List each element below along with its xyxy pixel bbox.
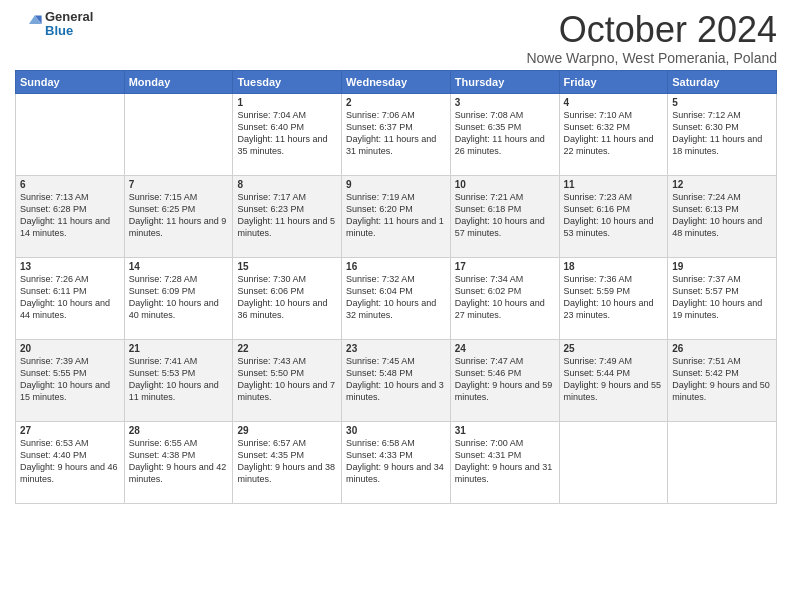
- day-number: 14: [129, 261, 229, 272]
- day-info: Sunrise: 7:23 AMSunset: 6:16 PMDaylight:…: [564, 192, 654, 238]
- calendar-day: 1 Sunrise: 7:04 AMSunset: 6:40 PMDayligh…: [233, 93, 342, 175]
- calendar-day: 27 Sunrise: 6:53 AMSunset: 4:40 PMDaylig…: [16, 421, 125, 503]
- day-number: 27: [20, 425, 120, 436]
- calendar-day: 21 Sunrise: 7:41 AMSunset: 5:53 PMDaylig…: [124, 339, 233, 421]
- day-number: 3: [455, 97, 555, 108]
- calendar-day: [16, 93, 125, 175]
- day-number: 1: [237, 97, 337, 108]
- day-info: Sunrise: 7:36 AMSunset: 5:59 PMDaylight:…: [564, 274, 654, 320]
- header-row: Sunday Monday Tuesday Wednesday Thursday…: [16, 70, 777, 93]
- calendar-day: 25 Sunrise: 7:49 AMSunset: 5:44 PMDaylig…: [559, 339, 668, 421]
- day-info: Sunrise: 7:30 AMSunset: 6:06 PMDaylight:…: [237, 274, 327, 320]
- col-saturday: Saturday: [668, 70, 777, 93]
- day-number: 21: [129, 343, 229, 354]
- calendar-week-3: 13 Sunrise: 7:26 AMSunset: 6:11 PMDaylig…: [16, 257, 777, 339]
- subtitle: Nowe Warpno, West Pomerania, Poland: [526, 50, 777, 66]
- day-number: 9: [346, 179, 446, 190]
- day-info: Sunrise: 7:41 AMSunset: 5:53 PMDaylight:…: [129, 356, 219, 402]
- calendar-day: 20 Sunrise: 7:39 AMSunset: 5:55 PMDaylig…: [16, 339, 125, 421]
- calendar-day: 8 Sunrise: 7:17 AMSunset: 6:23 PMDayligh…: [233, 175, 342, 257]
- logo: General Blue: [15, 10, 93, 39]
- calendar-day: 29 Sunrise: 6:57 AMSunset: 4:35 PMDaylig…: [233, 421, 342, 503]
- calendar-day: 26 Sunrise: 7:51 AMSunset: 5:42 PMDaylig…: [668, 339, 777, 421]
- day-info: Sunrise: 7:32 AMSunset: 6:04 PMDaylight:…: [346, 274, 436, 320]
- day-number: 22: [237, 343, 337, 354]
- day-info: Sunrise: 7:17 AMSunset: 6:23 PMDaylight:…: [237, 192, 335, 238]
- col-monday: Monday: [124, 70, 233, 93]
- day-info: Sunrise: 7:04 AMSunset: 6:40 PMDaylight:…: [237, 110, 327, 156]
- day-number: 31: [455, 425, 555, 436]
- day-info: Sunrise: 7:34 AMSunset: 6:02 PMDaylight:…: [455, 274, 545, 320]
- calendar-day: 11 Sunrise: 7:23 AMSunset: 6:16 PMDaylig…: [559, 175, 668, 257]
- calendar-day: 30 Sunrise: 6:58 AMSunset: 4:33 PMDaylig…: [342, 421, 451, 503]
- calendar-day: [668, 421, 777, 503]
- calendar-week-4: 20 Sunrise: 7:39 AMSunset: 5:55 PMDaylig…: [16, 339, 777, 421]
- calendar-day: 18 Sunrise: 7:36 AMSunset: 5:59 PMDaylig…: [559, 257, 668, 339]
- calendar-week-1: 1 Sunrise: 7:04 AMSunset: 6:40 PMDayligh…: [16, 93, 777, 175]
- day-number: 29: [237, 425, 337, 436]
- day-number: 7: [129, 179, 229, 190]
- day-info: Sunrise: 7:39 AMSunset: 5:55 PMDaylight:…: [20, 356, 110, 402]
- calendar-day: [559, 421, 668, 503]
- calendar-week-5: 27 Sunrise: 6:53 AMSunset: 4:40 PMDaylig…: [16, 421, 777, 503]
- calendar-day: 24 Sunrise: 7:47 AMSunset: 5:46 PMDaylig…: [450, 339, 559, 421]
- calendar-day: 16 Sunrise: 7:32 AMSunset: 6:04 PMDaylig…: [342, 257, 451, 339]
- day-number: 17: [455, 261, 555, 272]
- page-container: General Blue October 2024 Nowe Warpno, W…: [0, 0, 792, 509]
- logo-icon: [15, 10, 43, 38]
- calendar-day: 5 Sunrise: 7:12 AMSunset: 6:30 PMDayligh…: [668, 93, 777, 175]
- col-wednesday: Wednesday: [342, 70, 451, 93]
- day-number: 11: [564, 179, 664, 190]
- day-info: Sunrise: 7:10 AMSunset: 6:32 PMDaylight:…: [564, 110, 654, 156]
- day-number: 2: [346, 97, 446, 108]
- month-title: October 2024: [526, 10, 777, 50]
- day-info: Sunrise: 7:45 AMSunset: 5:48 PMDaylight:…: [346, 356, 444, 402]
- col-tuesday: Tuesday: [233, 70, 342, 93]
- calendar-day: 19 Sunrise: 7:37 AMSunset: 5:57 PMDaylig…: [668, 257, 777, 339]
- day-number: 8: [237, 179, 337, 190]
- day-info: Sunrise: 7:37 AMSunset: 5:57 PMDaylight:…: [672, 274, 762, 320]
- day-info: Sunrise: 7:26 AMSunset: 6:11 PMDaylight:…: [20, 274, 110, 320]
- day-info: Sunrise: 7:19 AMSunset: 6:20 PMDaylight:…: [346, 192, 444, 238]
- day-info: Sunrise: 7:21 AMSunset: 6:18 PMDaylight:…: [455, 192, 545, 238]
- day-info: Sunrise: 6:58 AMSunset: 4:33 PMDaylight:…: [346, 438, 444, 484]
- col-thursday: Thursday: [450, 70, 559, 93]
- day-number: 18: [564, 261, 664, 272]
- day-number: 6: [20, 179, 120, 190]
- day-info: Sunrise: 7:43 AMSunset: 5:50 PMDaylight:…: [237, 356, 335, 402]
- day-info: Sunrise: 7:47 AMSunset: 5:46 PMDaylight:…: [455, 356, 553, 402]
- title-section: October 2024 Nowe Warpno, West Pomerania…: [526, 10, 777, 66]
- logo-text: General Blue: [45, 10, 93, 39]
- day-number: 12: [672, 179, 772, 190]
- day-info: Sunrise: 6:53 AMSunset: 4:40 PMDaylight:…: [20, 438, 118, 484]
- calendar-day: 12 Sunrise: 7:24 AMSunset: 6:13 PMDaylig…: [668, 175, 777, 257]
- calendar-day: 10 Sunrise: 7:21 AMSunset: 6:18 PMDaylig…: [450, 175, 559, 257]
- day-info: Sunrise: 7:12 AMSunset: 6:30 PMDaylight:…: [672, 110, 762, 156]
- day-number: 25: [564, 343, 664, 354]
- day-number: 23: [346, 343, 446, 354]
- day-number: 26: [672, 343, 772, 354]
- calendar-day: 6 Sunrise: 7:13 AMSunset: 6:28 PMDayligh…: [16, 175, 125, 257]
- calendar-day: 3 Sunrise: 7:08 AMSunset: 6:35 PMDayligh…: [450, 93, 559, 175]
- day-info: Sunrise: 7:00 AMSunset: 4:31 PMDaylight:…: [455, 438, 553, 484]
- col-sunday: Sunday: [16, 70, 125, 93]
- day-info: Sunrise: 7:06 AMSunset: 6:37 PMDaylight:…: [346, 110, 436, 156]
- calendar-day: 13 Sunrise: 7:26 AMSunset: 6:11 PMDaylig…: [16, 257, 125, 339]
- day-number: 4: [564, 97, 664, 108]
- calendar-day: 2 Sunrise: 7:06 AMSunset: 6:37 PMDayligh…: [342, 93, 451, 175]
- calendar-week-2: 6 Sunrise: 7:13 AMSunset: 6:28 PMDayligh…: [16, 175, 777, 257]
- calendar-day: 15 Sunrise: 7:30 AMSunset: 6:06 PMDaylig…: [233, 257, 342, 339]
- col-friday: Friday: [559, 70, 668, 93]
- day-info: Sunrise: 7:28 AMSunset: 6:09 PMDaylight:…: [129, 274, 219, 320]
- calendar-day: 23 Sunrise: 7:45 AMSunset: 5:48 PMDaylig…: [342, 339, 451, 421]
- calendar-day: 31 Sunrise: 7:00 AMSunset: 4:31 PMDaylig…: [450, 421, 559, 503]
- calendar-day: 28 Sunrise: 6:55 AMSunset: 4:38 PMDaylig…: [124, 421, 233, 503]
- day-info: Sunrise: 7:24 AMSunset: 6:13 PMDaylight:…: [672, 192, 762, 238]
- day-info: Sunrise: 7:51 AMSunset: 5:42 PMDaylight:…: [672, 356, 770, 402]
- day-number: 16: [346, 261, 446, 272]
- calendar-day: 22 Sunrise: 7:43 AMSunset: 5:50 PMDaylig…: [233, 339, 342, 421]
- calendar-day: 7 Sunrise: 7:15 AMSunset: 6:25 PMDayligh…: [124, 175, 233, 257]
- day-number: 19: [672, 261, 772, 272]
- day-number: 10: [455, 179, 555, 190]
- day-number: 20: [20, 343, 120, 354]
